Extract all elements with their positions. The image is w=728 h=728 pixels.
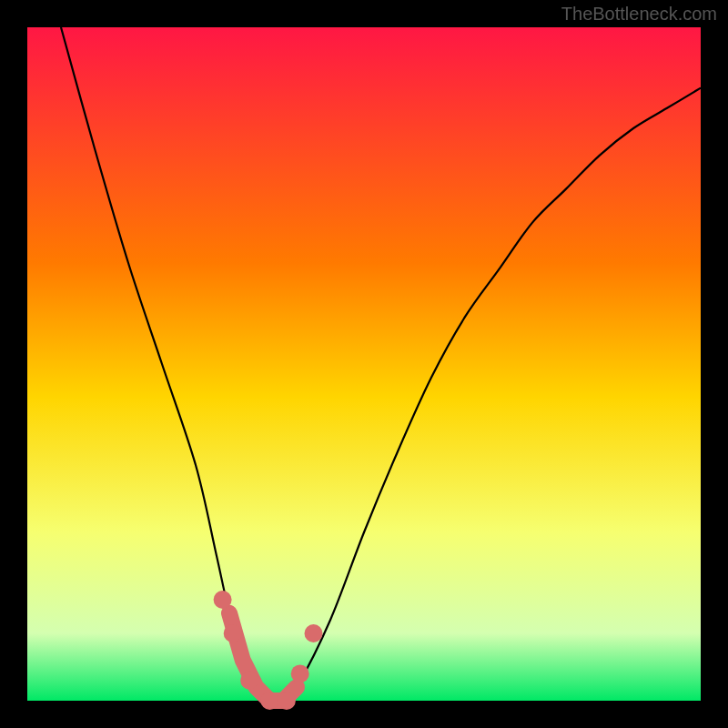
optimal-marker [291, 664, 309, 682]
watermark-text: TheBottleneck.com [561, 4, 717, 25]
optimal-marker [240, 672, 258, 690]
optimal-marker [260, 692, 278, 710]
optimal-marker [214, 591, 232, 609]
plot-area [27, 27, 701, 701]
optimal-marker [224, 624, 242, 642]
chart-svg [0, 0, 728, 728]
chart-frame [0, 0, 728, 728]
optimal-marker [305, 624, 323, 642]
optimal-marker [278, 692, 296, 710]
